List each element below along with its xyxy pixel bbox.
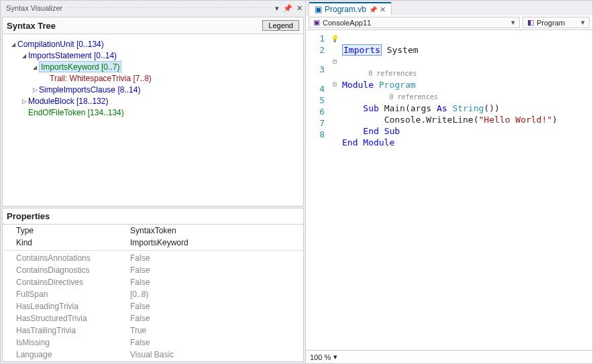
property-value: SyntaxToken: [130, 226, 303, 235]
property-name: Language: [3, 350, 130, 359]
property-row: HasStructuredTriviaFalse: [3, 312, 303, 324]
tab-pin-icon[interactable]: 📌: [369, 6, 377, 13]
tree-node-label: ModuleBlock [18..132): [28, 97, 108, 106]
property-name: ContainsDirectives: [3, 278, 130, 287]
property-row: LanguageVisual Basic: [3, 349, 303, 361]
property-row: ContainsAnnotationsFalse: [3, 252, 303, 264]
line-number: 1: [306, 33, 325, 44]
property-value: False: [130, 278, 303, 287]
line-number: 7: [306, 117, 325, 129]
property-name: Type: [3, 226, 130, 235]
property-name: ContainsDiagnostics: [3, 265, 130, 275]
property-row: ContainsDiagnosticsFalse: [3, 264, 303, 276]
tree-expand-icon[interactable]: [20, 52, 28, 59]
tree-node[interactable]: ImportsStatement [0..14): [5, 50, 301, 61]
tree-body[interactable]: CompilationUnit [0..134)ImportsStatement…: [3, 34, 303, 206]
line-number: 5: [306, 95, 325, 106]
legend-button[interactable]: Legend: [262, 20, 299, 31]
property-row: HasTrailingTriviaTrue: [3, 324, 303, 337]
chevron-down-icon: ▾: [511, 18, 515, 27]
property-value: False: [130, 253, 303, 263]
properties-title: Properties: [3, 208, 303, 225]
property-name: FullSpan: [3, 290, 130, 299]
property-value: True: [130, 326, 303, 335]
property-name: HasStructuredTrivia: [3, 314, 130, 323]
property-name: HasTrailingTrivia: [3, 326, 130, 335]
tab-label: Program.vb: [325, 5, 366, 14]
editor-panel: ▣ Program.vb 📌 ✕ ▣ConsoleApp11 ▾ ◧Progra…: [306, 1, 592, 363]
editor-tabs: ▣ Program.vb 📌 ✕: [306, 1, 592, 15]
property-row: IsMissingFalse: [3, 337, 303, 349]
tree-node[interactable]: CompilationUnit [0..134): [5, 38, 301, 50]
tree-node-label: EndOfFileToken [134..134): [28, 108, 124, 117]
property-row: HasLeadingTriviaFalse: [3, 300, 303, 312]
close-icon[interactable]: ✕: [296, 4, 303, 13]
code-editor[interactable]: 12 3 45678 💡 ⊟ ⊟ Imports System 0 refere…: [306, 30, 592, 350]
vb-project-icon: ▣: [313, 18, 320, 27]
tree-title: Syntax Tree: [7, 21, 56, 31]
tree-node-label: ImportsKeyword [0..7): [41, 62, 119, 72]
tree-node[interactable]: EndOfFileToken [134..134): [5, 107, 301, 118]
vb-file-icon: ▣: [315, 5, 322, 14]
property-value: False: [130, 302, 303, 311]
chevron-down-icon[interactable]: ▾: [333, 353, 337, 361]
property-value: False: [130, 314, 303, 323]
property-row: KindImportsKeyword: [3, 237, 303, 249]
tree-node-label: ImportsStatement [0..14): [28, 51, 117, 60]
tree-node[interactable]: ModuleBlock [18..132): [5, 95, 301, 107]
properties-section: Properties TypeSyntaxTokenKindImportsKey…: [2, 208, 304, 362]
line-number-gutter: 12 3 45678: [306, 30, 330, 350]
project-dropdown[interactable]: ▣ConsoleApp11 ▾: [309, 17, 520, 28]
tree-node[interactable]: Trail: WhitespaceTrivia [7..8): [5, 72, 301, 84]
property-value: False: [130, 265, 303, 275]
tree-expand-icon[interactable]: [31, 86, 39, 93]
syntax-visualizer-panel: Syntax Visualizer ⋯⋯⋯⋯⋯⋯⋯⋯⋯⋯⋯⋯⋯⋯⋯⋯⋯⋯⋯⋯⋯⋯…: [1, 1, 306, 363]
module-icon: ◧: [527, 18, 534, 27]
property-name: ContainsAnnotations: [3, 253, 130, 263]
symbol-dropdown[interactable]: ◧Program ▾: [523, 17, 590, 28]
tree-node[interactable]: ImportsKeyword [0..7): [5, 61, 301, 72]
line-number: 6: [306, 106, 325, 117]
tree-expand-icon[interactable]: [20, 97, 28, 105]
property-value: False: [130, 338, 303, 347]
tree-node-label: Trail: WhitespaceTrivia [7..8): [50, 74, 152, 83]
tab-close-icon[interactable]: ✕: [380, 5, 386, 14]
line-number: 8: [306, 129, 325, 140]
syntax-tree-section: Syntax Tree Legend CompilationUnit [0..1…: [2, 17, 304, 206]
tree-expand-icon[interactable]: [31, 63, 39, 70]
tree-node-label: CompilationUnit [0..134): [17, 40, 104, 49]
property-row: FullSpan[0..8): [3, 288, 303, 300]
properties-grid[interactable]: TypeSyntaxTokenKindImportsKeywordContain…: [3, 225, 303, 361]
fold-gutter[interactable]: 💡 ⊟ ⊟: [330, 30, 339, 350]
tree-node[interactable]: SimpleImportsClause [8..14): [5, 84, 301, 95]
property-value: [0..8): [130, 290, 303, 299]
property-name: Kind: [3, 238, 130, 247]
panel-titlebar: Syntax Visualizer ⋯⋯⋯⋯⋯⋯⋯⋯⋯⋯⋯⋯⋯⋯⋯⋯⋯⋯⋯⋯⋯⋯…: [1, 1, 305, 15]
line-number: 4: [306, 83, 325, 95]
property-value: Visual Basic: [130, 350, 303, 359]
panel-grip[interactable]: ⋯⋯⋯⋯⋯⋯⋯⋯⋯⋯⋯⋯⋯⋯⋯⋯⋯⋯⋯⋯⋯⋯⋯⋯⋯⋯⋯⋯⋯⋯⋯⋯⋯⋯⋯⋯⋯⋯⋯⋯…: [66, 5, 271, 11]
line-number: 3: [306, 64, 325, 75]
code-content[interactable]: Imports System 0 references Module Progr…: [339, 30, 592, 350]
property-value: ImportsKeyword: [130, 238, 303, 247]
dropdown-icon[interactable]: ▾: [275, 4, 279, 13]
property-row: ContainsDirectivesFalse: [3, 276, 303, 288]
property-name: HasLeadingTrivia: [3, 302, 130, 311]
chevron-down-icon: ▾: [581, 18, 585, 27]
zoom-level[interactable]: 100 %: [310, 353, 331, 361]
pin-icon[interactable]: 📌: [283, 4, 292, 13]
editor-statusbar: 100 % ▾: [306, 350, 592, 363]
line-number: 2: [306, 44, 325, 56]
panel-title: Syntax Visualizer: [6, 4, 62, 12]
tree-expand-icon[interactable]: [9, 40, 17, 48]
navigation-bar: ▣ConsoleApp11 ▾ ◧Program ▾: [306, 15, 592, 30]
property-row: TypeSyntaxToken: [3, 225, 303, 237]
tab-program-vb[interactable]: ▣ Program.vb 📌 ✕: [309, 3, 392, 15]
property-name: IsMissing: [3, 338, 130, 347]
tree-node-label: SimpleImportsClause [8..14): [39, 85, 140, 95]
